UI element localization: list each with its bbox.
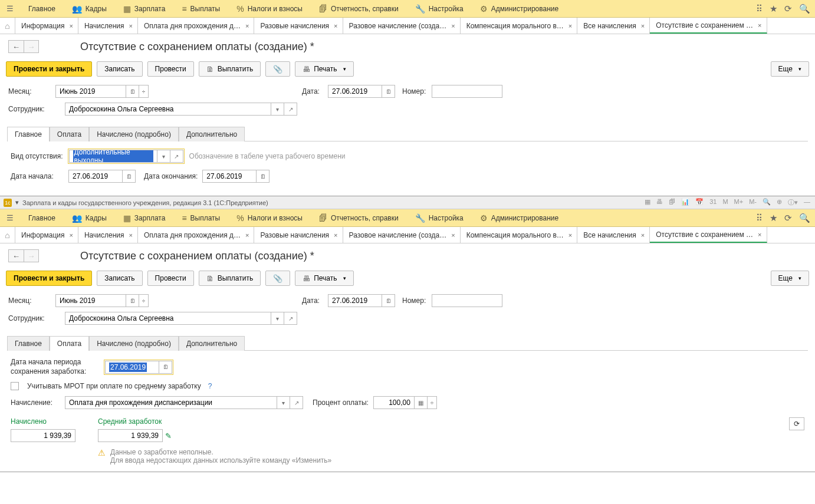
doc-tab-7[interactable]: Отсутствие с сохранением …× <box>650 227 767 243</box>
close-icon[interactable]: × <box>129 22 132 29</box>
doc-tab-4[interactable]: Разовое начисление (созда…× <box>343 227 461 243</box>
menu-vyplaty[interactable]: ≡Выплаты <box>173 209 228 227</box>
avg-value[interactable] <box>98 429 163 442</box>
dropdown-icon[interactable]: ▾ <box>271 312 284 325</box>
close-icon[interactable]: × <box>641 232 645 239</box>
open-icon[interactable]: ↗ <box>284 103 297 116</box>
calendar-icon[interactable]: 🗓 <box>126 85 139 98</box>
menu-zarplata[interactable]: ▦Зарплата <box>115 0 174 18</box>
doc-tab-0[interactable]: Информация× <box>15 18 78 34</box>
apps-icon[interactable]: ⠿ <box>756 4 763 14</box>
end-date-input[interactable] <box>202 170 257 183</box>
open-icon[interactable]: ↗ <box>284 312 297 325</box>
date-input[interactable] <box>328 294 382 307</box>
doc-tab-3[interactable]: Разовые начисления× <box>254 18 343 34</box>
tab-main[interactable]: Главное <box>7 127 50 141</box>
more-button[interactable]: Еще▾ <box>771 271 809 286</box>
doc-tab-5[interactable]: Компенсация морального в…× <box>461 18 578 34</box>
menu-otchet[interactable]: 🗐Отчетность, справки <box>311 209 407 227</box>
calendar-icon[interactable]: 🗓 <box>382 85 395 98</box>
post-and-close-button[interactable]: Провести и закрыть <box>6 271 92 286</box>
calendar-icon[interactable]: 🗓 <box>382 294 395 307</box>
close-icon[interactable]: × <box>245 22 249 29</box>
burger-icon[interactable]: ☰ <box>5 4 15 13</box>
close-icon[interactable]: × <box>334 232 337 239</box>
calendar-icon[interactable]: 🗓 <box>123 170 136 183</box>
menu-vyplaty[interactable]: ≡Выплаты <box>173 0 228 18</box>
close-icon[interactable]: × <box>758 22 761 29</box>
number-input[interactable] <box>432 294 502 307</box>
close-icon[interactable]: × <box>568 232 572 239</box>
month-input[interactable] <box>55 85 126 98</box>
print-button[interactable]: 🖶Печать▾ <box>295 61 353 77</box>
star-icon[interactable]: ★ <box>770 213 777 223</box>
save-button[interactable]: Записать <box>97 61 142 77</box>
search-icon[interactable]: 🔍 <box>799 213 810 223</box>
tb-icon[interactable]: ▦ <box>643 198 652 207</box>
close-icon[interactable]: × <box>245 232 249 239</box>
pay-button[interactable]: 🗎Выплатить <box>199 61 261 77</box>
accrual-input[interactable] <box>65 396 277 409</box>
percent-input[interactable] <box>373 396 415 409</box>
doc-tab-2[interactable]: Оплата дня прохождения д…× <box>138 227 255 243</box>
tb-icon[interactable]: 🗐 <box>668 198 676 207</box>
menu-zarplata[interactable]: ▦Зарплата <box>115 209 174 227</box>
post-and-close-button[interactable]: Провести и закрыть <box>6 61 92 77</box>
nav-forward[interactable]: → <box>24 40 39 53</box>
tb-icon[interactable]: 📅 <box>694 198 705 207</box>
tb-icon[interactable]: ⊕ <box>775 198 783 207</box>
menu-kadry[interactable]: 👥Кадры <box>64 209 115 227</box>
doc-tab-4[interactable]: Разовое начисление (созда…× <box>343 18 461 34</box>
close-icon[interactable]: × <box>69 22 73 29</box>
attach-button[interactable]: 📎 <box>265 271 290 286</box>
tb-icon[interactable]: 🖶 <box>655 198 664 207</box>
spinner-icon[interactable]: ÷ <box>139 294 149 307</box>
tab-home[interactable]: ⌂ <box>0 18 15 34</box>
employee-input[interactable] <box>65 312 271 325</box>
doc-tab-1[interactable]: Начисления× <box>78 227 138 243</box>
nav-back[interactable]: ← <box>8 249 24 262</box>
calendar-icon[interactable]: 🗓 <box>257 170 270 183</box>
menu-admin[interactable]: ⚙Администрирование <box>472 209 567 227</box>
nav-forward[interactable]: → <box>24 249 39 262</box>
tb-icon[interactable]: M+ <box>733 198 745 207</box>
tab-accrued[interactable]: Начислено (подробно) <box>89 336 179 351</box>
close-icon[interactable]: × <box>641 22 645 29</box>
nav-back[interactable]: ← <box>8 40 24 53</box>
more-button[interactable]: Еще▾ <box>771 61 809 77</box>
calendar-icon[interactable]: 🗓 <box>159 361 172 374</box>
tab-pay[interactable]: Оплата <box>50 336 89 351</box>
search-icon[interactable]: 🔍 <box>799 4 810 14</box>
dropdown-icon[interactable]: ▾ <box>157 150 170 163</box>
menu-nalogi[interactable]: %Налоги и взносы <box>228 0 311 18</box>
date-input[interactable] <box>328 85 382 98</box>
period-start-value[interactable]: 27.06.2019 <box>109 363 147 372</box>
edit-icon[interactable]: ✎ <box>165 431 172 440</box>
tab-extra[interactable]: Дополнительно <box>179 127 245 141</box>
dropdown-icon[interactable]: ▾ <box>15 199 19 206</box>
close-icon[interactable]: × <box>451 232 455 239</box>
open-icon[interactable]: ↗ <box>290 396 303 409</box>
employee-input[interactable] <box>65 103 271 116</box>
tb-icon[interactable]: — <box>803 198 811 207</box>
close-icon[interactable]: × <box>334 22 337 29</box>
absence-kind-value[interactable]: Дополнительные выходны <box>73 150 153 163</box>
close-icon[interactable]: × <box>568 22 572 29</box>
history-icon[interactable]: ⟳ <box>784 213 792 223</box>
doc-tab-6[interactable]: Все начисления× <box>577 227 650 243</box>
close-icon[interactable]: × <box>451 22 455 29</box>
doc-tab-3[interactable]: Разовые начисления× <box>254 227 343 243</box>
open-icon[interactable]: ↗ <box>170 150 183 163</box>
close-icon[interactable]: × <box>758 231 761 238</box>
spinner-icon[interactable]: ÷ <box>139 85 149 98</box>
star-icon[interactable]: ★ <box>770 4 777 14</box>
help-icon[interactable]: ? <box>208 382 212 390</box>
calc-icon[interactable]: ▦ <box>415 396 428 409</box>
dropdown-icon[interactable]: ▾ <box>277 396 290 409</box>
tb-icon[interactable]: M- <box>748 198 758 207</box>
tb-icon[interactable]: M <box>721 198 729 207</box>
apps-icon[interactable]: ⠿ <box>756 213 763 223</box>
menu-admin[interactable]: ⚙Администрирование <box>472 0 567 18</box>
month-input[interactable] <box>55 294 126 307</box>
menu-main[interactable]: Главное <box>20 209 64 227</box>
